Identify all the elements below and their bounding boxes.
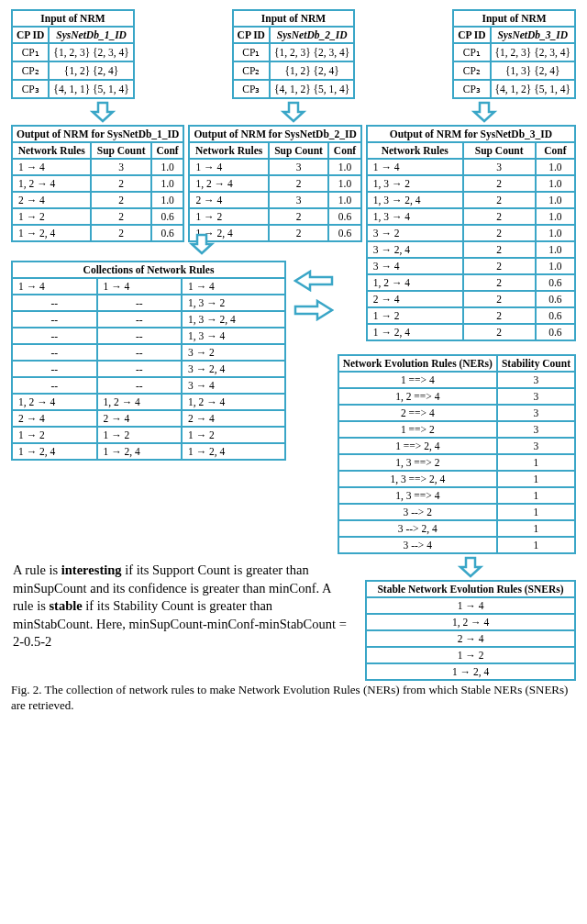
cell: 2 (463, 208, 536, 225)
cell: 2 → 4 (182, 410, 285, 427)
arrows-row-1 (11, 99, 576, 125)
cell: 1 → 2 (189, 208, 268, 225)
cell: 1 → 4 (366, 597, 575, 614)
arrow-down-icon (89, 99, 116, 125)
cell: 1.0 (151, 192, 184, 208)
cell: 1 → 2, 4 (366, 663, 575, 680)
cell: 1, 2 ==> 4 (338, 388, 497, 405)
out2-h1: Sup Count (269, 142, 328, 159)
note-b1: interesting (61, 562, 122, 577)
input2-title: Input of NRM (233, 10, 355, 27)
cell: {1, 2, 3} {2, 3, 4} (491, 43, 575, 61)
cell: 2 (91, 192, 150, 208)
cell: 1 (497, 454, 575, 471)
cell: CP₂ (12, 61, 49, 80)
cell: CP₃ (233, 80, 270, 98)
cell: {4, 1, 2} {5, 1, 4} (270, 80, 354, 98)
cell: 1 → 2 (12, 208, 91, 225)
out3-title: Output of NRM for SysNetDb_3_ID (367, 126, 575, 142)
cell: {1, 3} {2, 4} (491, 61, 575, 80)
cell: 1.0 (328, 175, 361, 192)
cell: 1, 2 → 4 (97, 394, 183, 410)
cell: 2 (269, 208, 328, 225)
cell: 0.6 (151, 208, 184, 225)
cell: {4, 1, 1} {5, 1, 4} (49, 80, 133, 98)
cell: -- (12, 344, 97, 361)
figure-caption: Fig. 2. The collection of network rules … (11, 681, 576, 714)
cell: 1 → 2, 4 (97, 443, 183, 460)
cell: CP₁ (453, 43, 490, 61)
cell: 1 (497, 537, 575, 553)
cell: 1 → 2 (97, 427, 183, 443)
cell: -- (97, 295, 183, 311)
cell: 2 → 4 (97, 410, 183, 427)
cell: CP₂ (233, 61, 270, 80)
cell: CP₁ (233, 43, 270, 61)
cell: -- (12, 328, 97, 344)
cell: 1, 3 → 4 (367, 208, 463, 225)
note-l1: A rule is (13, 562, 61, 577)
arrow-down-icon (11, 231, 338, 257)
input1-title: Input of NRM (12, 10, 134, 27)
out2-h2: Conf (328, 142, 361, 159)
cell: -- (97, 377, 183, 394)
out3-h0: Network Rules (367, 142, 463, 159)
cell: {1, 2} {2, 4} (49, 61, 133, 80)
cell: 1.0 (151, 159, 184, 175)
cell: -- (12, 377, 97, 394)
cell: 1, 3 → 2 (182, 295, 285, 311)
cell: 2 → 4 (12, 192, 91, 208)
cell: 1 ==> 4 (338, 372, 497, 388)
cell: -- (97, 328, 183, 344)
cell: 1.0 (536, 175, 575, 192)
output-table-2: Output of NRM for SysNetDb_2_ID Network … (188, 125, 361, 242)
input3-title: Input of NRM (453, 10, 575, 27)
cell: 1 → 4 (12, 159, 91, 175)
ners-table: Network Evolution Rules (NERs) Stability… (338, 354, 576, 554)
cell: 1 → 4 (182, 278, 285, 295)
cell: -- (97, 344, 183, 361)
input-tables-row: Input of NRM CP ID SysNetDb_1_ID CP₁{1, … (11, 9, 576, 99)
collections-table: Collections of Network Rules 1 → 41 → 41… (11, 261, 286, 461)
ners-h2: Stability Count (497, 355, 575, 372)
cell: 3 (269, 159, 328, 175)
cell: 1, 2 → 4 (182, 394, 285, 410)
cell: -- (12, 361, 97, 377)
cell: {1, 2, 3} {2, 3, 4} (49, 43, 133, 61)
cell: -- (97, 361, 183, 377)
cell: 3 → 2 (182, 344, 285, 361)
cell: {1, 2} {2, 4} (270, 61, 354, 80)
out2-title: Output of NRM for SysNetDb_2_ID (189, 126, 360, 142)
cell: 3 → 4 (182, 377, 285, 394)
cell: 1, 3 → 2, 4 (367, 192, 463, 208)
cell: 1 → 4 (12, 278, 97, 295)
cell: 1 → 2, 4 (12, 443, 97, 460)
ners-h1: Network Evolution Rules (NERs) (338, 355, 497, 372)
cell: CP₃ (12, 80, 49, 98)
cell: CP₁ (12, 43, 49, 61)
cell: 2 → 4 (12, 410, 97, 427)
cell: 3 (497, 405, 575, 421)
cell: 1.0 (536, 208, 575, 225)
input2-col2: SysNetDb_2_ID (270, 27, 354, 43)
cell: 1 → 2 (12, 427, 97, 443)
note-b2: stable (49, 598, 82, 613)
cell: 1, 3 → 4 (182, 328, 285, 344)
cell: 1 → 2 (182, 427, 285, 443)
cell: 1 (497, 487, 575, 504)
cell: 2 ==> 4 (338, 405, 497, 421)
cell: 1.0 (536, 192, 575, 208)
cell: 2 (463, 175, 536, 192)
arrow-right-icon (292, 295, 336, 325)
input-table-1: Input of NRM CP ID SysNetDb_1_ID CP₁{1, … (11, 9, 135, 99)
arrow-down-icon (471, 99, 498, 125)
cell: 2 (91, 208, 150, 225)
cell: 1, 3 → 2 (367, 175, 463, 192)
input3-col2: SysNetDb_3_ID (491, 27, 575, 43)
cell: 1, 2 → 4 (189, 175, 268, 192)
cell: 3 (91, 159, 150, 175)
cell: 1 → 4 (97, 278, 183, 295)
cell: 1 ==> 2, 4 (338, 438, 497, 454)
out1-h2: Conf (151, 142, 184, 159)
cell: 1.0 (328, 159, 361, 175)
